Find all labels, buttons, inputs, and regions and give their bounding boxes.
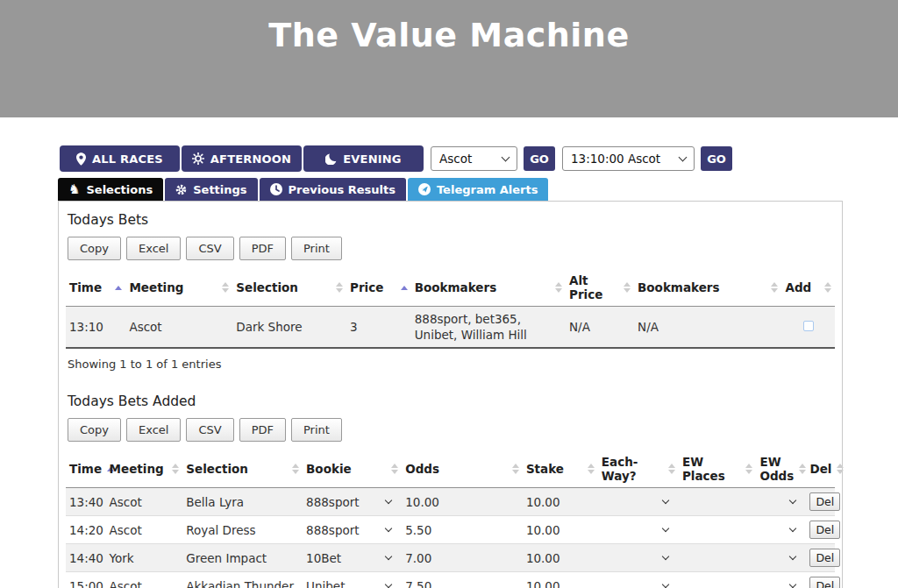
ew-odds-select[interactable] (759, 585, 802, 587)
col-header-add[interactable]: Add (781, 269, 835, 307)
meeting-select[interactable]: Ascot (431, 146, 517, 171)
race-go-button[interactable]: GO (701, 146, 732, 171)
tab-selections-label: Selections (86, 183, 153, 196)
bookie-select[interactable]: Unibet (306, 579, 398, 588)
meeting-cell: York (106, 544, 183, 572)
ew-odds-select[interactable] (759, 557, 802, 559)
ew-odds-select[interactable] (759, 501, 802, 503)
each-way-select[interactable] (602, 557, 675, 559)
sort-both-icon (292, 464, 299, 474)
sort-both-icon (624, 282, 631, 293)
alt-bookmakers-cell: N/A (634, 307, 781, 349)
sort-both-icon (336, 282, 343, 293)
sort-both-icon (172, 464, 179, 474)
race-select[interactable]: 13:10:00 Ascot (562, 146, 695, 171)
col-header-selection[interactable]: Selection (182, 450, 303, 488)
pdf-button[interactable]: PDF (239, 418, 286, 442)
sort-both-icon (771, 282, 778, 293)
col-header-odds[interactable]: Odds (402, 450, 523, 488)
afternoon-button[interactable]: AFTERNOON (182, 145, 302, 172)
col-header-bookmakers[interactable]: Bookmakers (411, 269, 566, 307)
odds-cell: 7.50 (402, 572, 523, 588)
price-cell: 3 (346, 307, 411, 349)
col-header-alt-bookmakers[interactable]: Bookmakers (634, 269, 781, 307)
tab-telegram-alerts-label: Telegram Alerts (437, 183, 538, 196)
tab-previous-results[interactable]: Previous Results (260, 178, 406, 201)
table-row: 13:10 Ascot Dark Shore 3 888sport, bet36… (66, 307, 835, 349)
todays-bets-table: Time Meeting Selection Price Bookmakers … (66, 269, 835, 349)
excel-button[interactable]: Excel (126, 237, 181, 260)
bookie-select[interactable]: 888sport (306, 523, 398, 537)
print-button[interactable]: Print (291, 418, 342, 442)
col-header-time[interactable]: Time (66, 450, 106, 488)
del-button[interactable]: Del (809, 577, 840, 588)
sort-both-icon (512, 464, 519, 474)
each-way-select[interactable] (602, 529, 675, 531)
meeting-cell: Ascot (106, 516, 183, 544)
tab-telegram-alerts[interactable]: Telegram Alerts (408, 178, 549, 201)
col-header-each-way[interactable]: Each-Way? (598, 450, 679, 488)
selections-panel: Todays Bets Copy Excel CSV PDF Print Tim… (58, 201, 843, 588)
del-button[interactable]: Del (809, 549, 840, 567)
odds-cell: 10.00 (402, 488, 523, 516)
meeting-cell: Ascot (106, 572, 183, 588)
page-title: The Value Machine (0, 16, 898, 54)
col-header-alt-price[interactable]: Alt Price (566, 269, 634, 307)
chevron-down-icon (789, 497, 796, 504)
ew-places-cell (679, 544, 757, 572)
meeting-go-button[interactable]: GO (524, 146, 555, 171)
odds-cell: 5.50 (402, 516, 523, 544)
stake-cell: 10.00 (523, 544, 598, 572)
col-header-meeting[interactable]: Meeting (106, 450, 183, 488)
sort-both-icon (668, 464, 675, 474)
col-header-ew-places[interactable]: EW Places (679, 450, 757, 488)
col-header-bookie[interactable]: Bookie (303, 450, 402, 488)
print-button[interactable]: Print (291, 237, 342, 260)
col-header-selection[interactable]: Selection (232, 269, 346, 307)
del-button[interactable]: Del (809, 492, 840, 511)
csv-button[interactable]: CSV (186, 418, 233, 442)
col-header-meeting[interactable]: Meeting (125, 269, 232, 307)
selection-cell: Bella Lyra (182, 488, 303, 516)
chevron-down-icon (502, 152, 510, 161)
chevron-down-icon (789, 581, 796, 588)
copy-button[interactable]: Copy (68, 237, 121, 260)
col-header-price[interactable]: Price (346, 269, 411, 307)
time-cell: 14:40 (66, 544, 106, 572)
bookie-select[interactable]: 888sport (306, 495, 398, 509)
time-cell: 14:20 (66, 516, 106, 544)
col-header-ew-odds[interactable]: EW Odds (756, 450, 806, 488)
bookie-select[interactable]: 10Bet (306, 551, 398, 565)
tab-settings-label: Settings (193, 183, 246, 196)
telegram-icon (418, 183, 431, 195)
each-way-select[interactable] (602, 585, 675, 587)
tab-settings[interactable]: Settings (165, 178, 257, 201)
col-header-stake[interactable]: Stake (523, 450, 598, 488)
del-button[interactable]: Del (809, 521, 840, 539)
add-checkbox[interactable] (803, 321, 814, 331)
copy-button[interactable]: Copy (68, 418, 121, 442)
meeting-cell: Ascot (106, 488, 183, 516)
alt-price-cell: N/A (566, 307, 634, 349)
sort-both-icon (745, 464, 752, 474)
todays-bets-added-table: Time Meeting Selection Bookie Odds Stake… (66, 450, 835, 588)
ew-places-cell (679, 516, 757, 544)
ew-odds-select[interactable] (759, 529, 802, 531)
evening-label: EVENING (343, 152, 402, 166)
odds-cell: 7.00 (402, 544, 523, 572)
evening-button[interactable]: EVENING (303, 145, 424, 172)
each-way-select[interactable] (602, 501, 675, 503)
tab-selections[interactable]: ♞ Selections (58, 178, 163, 201)
pdf-button[interactable]: PDF (239, 237, 286, 260)
all-races-button[interactable]: ALL RACES (60, 145, 180, 172)
excel-button[interactable]: Excel (126, 418, 181, 442)
sort-both-icon (391, 464, 398, 474)
chevron-down-icon (789, 525, 796, 532)
todays-bets-added-header-row: Time Meeting Selection Bookie Odds Stake… (66, 450, 835, 488)
col-header-del[interactable]: Del (806, 450, 835, 488)
stake-cell: 10.00 (523, 516, 598, 544)
csv-button[interactable]: CSV (186, 237, 233, 260)
selection-cell: Royal Dress (182, 516, 303, 544)
col-header-time[interactable]: Time (66, 269, 125, 307)
sort-both-icon (824, 282, 831, 293)
